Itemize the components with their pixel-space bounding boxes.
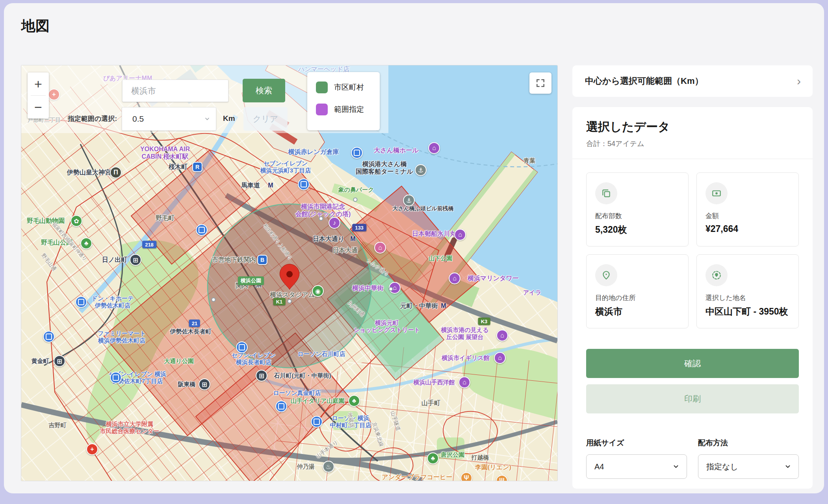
map-poi-marker[interactable]: M [441, 302, 446, 309]
map-poi-marker[interactable]: M [268, 182, 273, 189]
map-label: 横浜赤レンガ倉庫 [288, 148, 339, 156]
map-label: 打越橋 [472, 454, 489, 461]
map-poi-marker[interactable]: Π [110, 167, 122, 178]
zoom-in-button[interactable]: + [28, 72, 49, 95]
divider [572, 159, 813, 159]
map-label: 日本郵船氷川丸 [412, 230, 456, 237]
map-poi-marker[interactable]: ♣ [348, 395, 360, 407]
paper-size-field: 用紙サイズ A4 [586, 438, 687, 479]
map-poi-marker[interactable]: ⚓ [415, 164, 427, 176]
map-poi-marker[interactable]: ◉ [312, 285, 324, 297]
map-poi-marker[interactable]: ⌂ [374, 242, 386, 254]
range-select-label: 指定範囲の選択: [68, 114, 117, 123]
map-poi-marker[interactable]: ⌂ [449, 272, 460, 284]
transit-stop-dot [353, 198, 358, 202]
map-poi-marker[interactable]: B [257, 255, 267, 265]
map-label: 野毛山通 [40, 252, 58, 272]
stat-card-address: 目的地の住所 横浜市 [586, 254, 689, 328]
map-label: シルク通り [365, 258, 390, 278]
selectable-range-card[interactable]: 中心から選択可能範囲（Km） › [572, 65, 813, 97]
map-poi-marker[interactable]: R [192, 162, 202, 172]
map-poi-marker[interactable]: ⊞ [199, 378, 210, 390]
map-poi-marker[interactable]: M [350, 235, 355, 243]
map-label: 九州町通 [346, 300, 366, 318]
map-label: アイラ [523, 289, 541, 296]
map-label: 馬車道 [241, 182, 260, 189]
map-poi-marker[interactable]: ⊞ [130, 254, 141, 266]
map-label: 横浜港大さん橋 国際客船ターミナル [356, 160, 413, 175]
map-poi-marker[interactable]: ✿ [71, 215, 82, 227]
map-label: ファミリーマート 横浜伊勢佐木町店 [98, 330, 146, 344]
map-label: 石川町(元町・中華街) [274, 372, 331, 379]
range-swatch [316, 104, 328, 115]
search-input[interactable]: 横浜市 [122, 80, 228, 102]
range-select[interactable]: 0.5 [122, 107, 216, 131]
map-label: 日ノ出町 [102, 256, 127, 263]
map-label: 横浜中華街 [352, 284, 384, 292]
route-badge: 横浜公園 [238, 276, 264, 285]
map-label: 相生町通り [262, 223, 281, 245]
map-poi-marker[interactable]: ♣ [427, 452, 439, 464]
map-poi-marker[interactable]: ♨ [323, 461, 334, 472]
stat-card-copies: 配布部数 5,320枚 [586, 172, 689, 246]
map-label: 仲乃湯 [297, 463, 315, 470]
map-poi-marker[interactable]: + [86, 443, 98, 455]
map-poi-marker[interactable] [311, 416, 323, 428]
map-poi-marker[interactable]: ⌂ [496, 330, 508, 341]
map-poi-marker[interactable] [75, 296, 87, 308]
map-poi-marker[interactable]: ⊞ [54, 355, 65, 367]
route-badge: 21 [189, 320, 200, 327]
chevron-right-icon: › [797, 75, 801, 87]
map-label: 山手本通り [315, 439, 339, 460]
map-poi-marker[interactable]: ♣ [80, 237, 92, 249]
transit-stop-dot [212, 298, 216, 302]
map-poi-marker[interactable]: ⌂ [428, 142, 440, 154]
map-label: 桜木町 [169, 163, 188, 170]
map-poi-marker[interactable]: ⌂ [454, 229, 466, 241]
map-poi-marker[interactable] [196, 224, 208, 236]
route-badge: 133 [352, 224, 366, 232]
transit-stop-dot [288, 299, 292, 304]
fullscreen-button[interactable] [529, 72, 551, 94]
total-items: 合計：54アイテム [586, 139, 799, 148]
map-poi-marker[interactable]: ⚓ [403, 195, 415, 206]
map-poi-marker[interactable]: Ψ [496, 475, 508, 481]
map-poi-marker[interactable]: ♪ [329, 217, 340, 229]
search-button[interactable]: 検索 [243, 79, 285, 102]
print-button[interactable]: 印刷 [586, 384, 799, 413]
map-poi-marker[interactable] [298, 178, 310, 190]
map-poi-marker[interactable] [43, 331, 55, 343]
map-label: セブン-イレブン 横浜長者町店 [232, 352, 276, 366]
map-poi-marker[interactable]: ⌂ [494, 352, 506, 364]
legend-item-range: 範囲指定 [316, 104, 380, 115]
map-poi-marker[interactable] [275, 400, 287, 412]
paper-size-select[interactable]: A4 [586, 454, 687, 479]
clear-button[interactable]: クリア [243, 107, 288, 131]
map-label: 伊勢佐木長者町 [170, 328, 212, 335]
distribution-method-select[interactable]: 指定なし [698, 454, 799, 479]
map-poi-marker[interactable]: Ψ [460, 472, 472, 481]
zoom-out-button[interactable]: − [28, 96, 49, 119]
stats-grid: 配布部数 5,320枚 金額 ¥27,664 目的地の住所 横浜市 [586, 172, 799, 328]
zoom-control: + − [28, 72, 49, 119]
map-poi-marker[interactable]: ⌂ [459, 376, 470, 388]
map-poi-marker[interactable] [110, 372, 122, 384]
map-label: 横浜マリンタワー [468, 274, 519, 282]
map-label: 象の鼻パーク [338, 186, 374, 193]
range-unit-label: Km [223, 114, 235, 123]
confirm-button[interactable]: 確認 [586, 349, 799, 378]
money-icon [705, 182, 728, 204]
route-badge: 218 [142, 241, 156, 248]
map-label: 伊勢山皇大神宮 [67, 169, 111, 176]
main-panel: 地図 [4, 3, 824, 493]
page-title: 地図 [21, 17, 50, 36]
map-poi-marker[interactable] [351, 147, 363, 159]
map-label: 青葉 [524, 157, 535, 164]
route-badge: K1 [273, 298, 286, 306]
map-poi-marker[interactable]: ⊞ [256, 370, 267, 382]
map-label: 野毛山動物園 [27, 217, 65, 224]
stat-card-area: 選択した地名 中区山下町 - 3950枚 [696, 254, 799, 328]
chevron-down-icon [672, 463, 679, 470]
map-label: 阪東橋 [178, 381, 196, 388]
map-poi-marker[interactable] [236, 341, 248, 353]
